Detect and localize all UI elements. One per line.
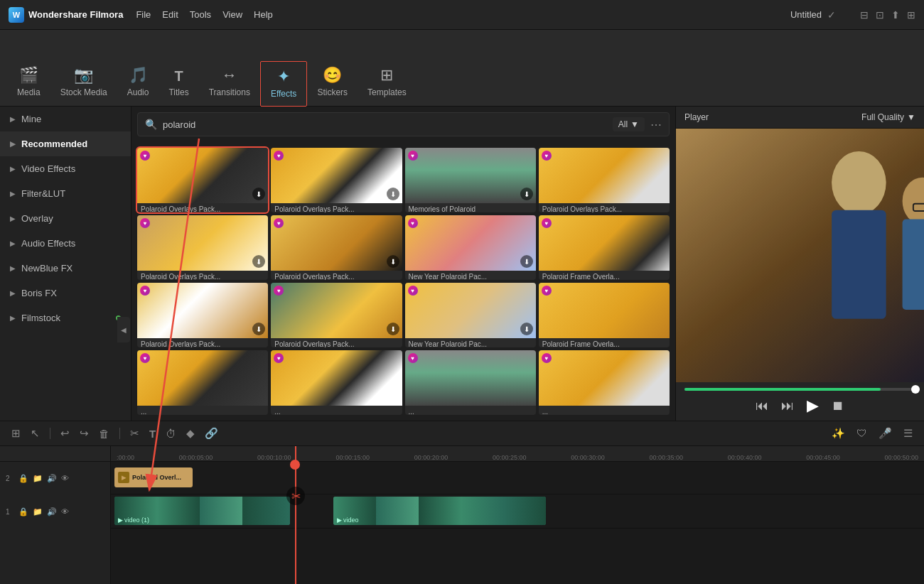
menu-file[interactable]: File <box>136 9 151 20</box>
step-forward-btn[interactable]: ⏭ <box>781 399 794 413</box>
link-btn[interactable]: 🔗 <box>202 426 221 441</box>
effect-card-12[interactable]: ♥Polaroid Frame Overla... <box>539 283 670 347</box>
card-download-11[interactable]: ⬇ <box>520 323 533 335</box>
win-grid-icon[interactable]: ⊞ <box>907 9 915 21</box>
sidebar-item-newblue-fx[interactable]: ▶ NewBlue FX <box>0 256 131 281</box>
card-download-3[interactable]: ⬇ <box>520 188 533 200</box>
track-2-body[interactable]: ▶ Polaroid Overl... <box>111 462 924 494</box>
effect-card-1[interactable]: ♥⬇Polaroid Overlays Pack... <box>137 148 268 212</box>
redo-btn[interactable]: ↪ <box>77 426 92 441</box>
card-download-7[interactable]: ⬇ <box>520 255 533 268</box>
effect-card-4[interactable]: ♥Polaroid Overlays Pack... <box>539 148 670 212</box>
menu-view[interactable]: View <box>222 9 242 20</box>
sidebar-item-boris-fx[interactable]: ▶ Boris FX <box>0 281 131 305</box>
sidebar-collapse-btn[interactable]: ◀ <box>117 317 130 342</box>
win-layout1-icon[interactable]: ⊟ <box>860 9 869 21</box>
win-upload-icon[interactable]: ⬆ <box>891 9 900 21</box>
tab-media[interactable]: 🎬 Media <box>7 60 50 106</box>
select-tool-btn[interactable]: ↖ <box>28 426 43 441</box>
folder-icon-1[interactable]: 📁 <box>33 507 43 517</box>
tab-stock-media[interactable]: 📷 Stock Media <box>50 60 117 106</box>
effect-card-16[interactable]: ♥... <box>539 350 670 415</box>
effect-card-8[interactable]: ♥Polaroid Frame Overla... <box>539 215 670 280</box>
folder-icon-2[interactable]: 📁 <box>33 474 43 483</box>
list-btn[interactable]: ☰ <box>901 426 915 441</box>
shield-btn[interactable]: 🛡 <box>854 426 870 441</box>
lock-icon-1[interactable]: 🔒 <box>18 507 28 517</box>
tab-stickers[interactable]: 😊 Stickers <box>307 60 358 106</box>
effect-card-9[interactable]: ♥⬇Polaroid Overlays Pack... <box>137 283 268 347</box>
play-btn[interactable]: ▶ <box>807 396 819 415</box>
effect-card-7[interactable]: ♥⬇New Year Polaroid Pac... <box>405 215 536 280</box>
sidebar-item-overlay[interactable]: ▶ Overlay <box>0 206 131 231</box>
menu-help[interactable]: Help <box>254 9 273 20</box>
effect-card-6[interactable]: ♥⬇Polaroid Overlays Pack... <box>271 215 402 280</box>
card-download-1[interactable]: ⬇ <box>252 188 265 200</box>
menu-tools[interactable]: Tools <box>190 9 211 20</box>
toolbar: 🎬 Media 📷 Stock Media 🎵 Audio T Titles ↔… <box>0 30 924 107</box>
card-download-5[interactable]: ⬇ <box>252 255 265 268</box>
effect-card-15[interactable]: ♥... <box>405 350 536 415</box>
mic-btn[interactable]: 🎤 <box>876 426 895 441</box>
playhead[interactable] <box>295 446 296 584</box>
effect-card-3[interactable]: ♥⬇Memories of Polaroid <box>405 148 536 212</box>
effect-thumb-15: ♥ <box>405 350 536 406</box>
frame-8 <box>461 497 504 525</box>
effect-card-14[interactable]: ♥... <box>271 350 402 415</box>
search-input[interactable] <box>163 119 607 130</box>
effect-clip-label: Polaroid Overl... <box>132 474 181 481</box>
preview-controls: ⏮ ⏭ ▶ ⏹ <box>676 382 924 421</box>
card-download-2[interactable]: ⬇ <box>387 188 399 200</box>
volume-icon-1[interactable]: 🔊 <box>47 507 57 517</box>
frame-4 <box>242 497 290 525</box>
sidebar-item-video-effects[interactable]: ▶ Video Effects <box>0 156 131 181</box>
tab-transitions[interactable]: ↔ Transitions <box>199 60 260 106</box>
volume-icon-2[interactable]: 🔊 <box>47 474 57 483</box>
effect-thumb-12: ♥ <box>539 283 670 338</box>
tab-transitions-label: Transitions <box>209 87 250 97</box>
chevron-right-icon-2: ▶ <box>10 140 16 148</box>
win-layout2-icon[interactable]: ⊡ <box>876 9 884 21</box>
lock-icon-2[interactable]: 🔒 <box>18 474 28 483</box>
tab-effects[interactable]: ✦ Effects <box>260 61 307 107</box>
progress-bar[interactable] <box>684 388 915 391</box>
track-1-body[interactable]: ▶ video (1) <box>111 494 924 528</box>
sidebar-item-filmstock[interactable]: ▶ Filmstock <box>0 305 131 330</box>
tab-audio[interactable]: 🎵 Audio <box>117 60 159 106</box>
eye-icon-2[interactable]: 👁 <box>61 474 69 482</box>
video-clip-1[interactable]: ▶ video (1) <box>114 497 290 525</box>
effect-card-10[interactable]: ♥⬇Polaroid Overlays Pack... <box>271 283 402 347</box>
eye-icon-1[interactable]: 👁 <box>61 507 69 516</box>
quality-select[interactable]: Full Quality ▼ <box>861 112 915 122</box>
stop-btn[interactable]: ⏹ <box>832 399 844 413</box>
sidebar-item-recommended[interactable]: ▶ Recommended <box>0 131 131 156</box>
menu-edit[interactable]: Edit <box>162 9 178 20</box>
search-filter-dropdown[interactable]: All ▼ <box>613 117 645 131</box>
card-download-9[interactable]: ⬇ <box>252 323 265 335</box>
tab-titles[interactable]: T Titles <box>159 63 198 106</box>
effect-card-13[interactable]: ♥... <box>137 350 268 415</box>
effect-card-11[interactable]: ♥⬇New Year Polaroid Pac... <box>405 283 536 347</box>
sidebar-item-filter-lut[interactable]: ▶ Filter&LUT <box>0 181 131 206</box>
effect-card-5[interactable]: ♥⬇Polaroid Overlays Pack... <box>137 215 268 280</box>
main-area: ▶ Mine ▶ Recommended ▶ Video Effects ▶ F… <box>0 107 924 421</box>
text-btn[interactable]: T <box>146 426 159 441</box>
cut-btn[interactable]: ✂ <box>127 426 142 441</box>
delete-btn[interactable]: 🗑 <box>96 426 112 441</box>
sidebar-item-mine[interactable]: ▶ Mine <box>0 107 131 131</box>
undo-btn[interactable]: ↩ <box>58 426 72 441</box>
step-back-btn[interactable]: ⏮ <box>756 399 768 413</box>
add-media-btn[interactable]: ⊞ <box>9 426 23 441</box>
timer-btn[interactable]: ⏱ <box>163 426 179 441</box>
search-more-btn[interactable]: ⋯ <box>650 118 662 131</box>
card-download-6[interactable]: ⬇ <box>387 255 399 268</box>
effect-clip[interactable]: ▶ Polaroid Overl... <box>114 467 193 487</box>
effect-card-2[interactable]: ♥⬇Polaroid Overlays Pack... <box>271 148 402 212</box>
video-clip-2[interactable]: ▶ video <box>333 497 546 525</box>
sidebar-item-audio-effects[interactable]: ▶ Audio Effects <box>0 231 131 256</box>
magic-btn[interactable]: ✨ <box>829 426 848 441</box>
keyframe-btn[interactable]: ◆ <box>183 426 198 441</box>
chevron-right-icon: ▶ <box>10 115 16 123</box>
card-download-10[interactable]: ⬇ <box>387 323 399 335</box>
tab-templates[interactable]: ⊞ Templates <box>358 60 417 106</box>
